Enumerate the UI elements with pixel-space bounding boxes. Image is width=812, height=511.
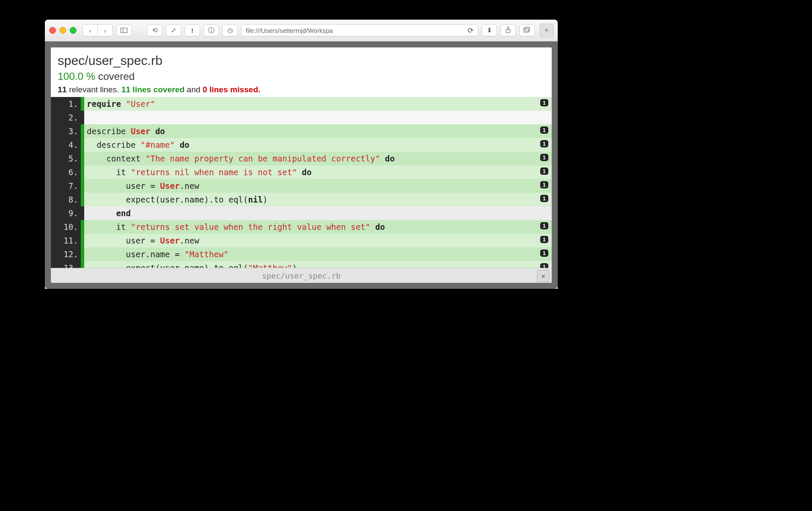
forward-button[interactable]: › [98,24,113,36]
close-icon: ✕ [541,272,545,280]
source-text: it "returns set value when the right val… [84,220,552,234]
line-number: 1. [51,97,81,111]
code-line: 11. user = User.new1 [51,234,552,247]
line-number: 9. [51,206,81,220]
refresh-icon: ⟲ [152,26,158,34]
coverage-percent-line: 100.0 % covered [58,70,545,82]
source-listing[interactable]: 1.require "User"12.3.describe User do14.… [51,97,552,268]
address-bar[interactable]: file:///Users/settermjd/Workspa ⟳ [241,24,478,36]
svg-rect-4 [524,28,529,32]
source-text: user.name = "Matthew"1 [84,247,552,261]
coverage-marker [81,152,84,165]
close-panel-button[interactable]: ✕ [537,270,549,282]
hit-count-badge: 1 [540,154,548,161]
source-text: describe "#name" do1 [84,138,552,152]
clock-icon: ◷ [227,26,233,34]
coverage-marker [81,206,84,220]
sidebar-button[interactable] [116,24,132,36]
coverage-marker [81,138,84,152]
hit-count-badge: 1 [540,250,548,257]
coverage-stats: 11 relevant lines. 11 lines covered and … [58,85,545,94]
back-button[interactable]: ‹ [82,24,98,36]
code-line: 12. user.name = "Matthew"1 [51,247,552,261]
downloads-button[interactable]: ⬇︎ [482,24,497,36]
code-line: 5. context "The name property can be man… [51,152,552,165]
new-tab-button[interactable]: + [540,23,553,37]
line-number: 3. [51,124,81,138]
coverage-marker [81,124,84,138]
refresh-alt-button[interactable]: ⟲ [147,24,162,36]
hit-count-badge: 1 [540,126,548,134]
expand-icon: ⤢ [171,26,177,34]
coverage-marker [81,193,84,206]
chevron-right-icon: › [104,27,106,34]
coverage-percent: 100.0 % [58,70,95,82]
url-text: file:///Users/settermjd/Workspa [246,27,333,34]
sidebar-icon [121,27,127,34]
svg-rect-0 [121,28,127,32]
hit-count-badge: 1 [540,222,548,229]
fullscreen-button[interactable]: ⤢ [166,24,181,36]
tabs-icon [524,27,530,34]
info-icon: ⓘ [208,26,215,35]
code-line: 13. expect(user.name).to eql("Matthew")1 [51,261,552,268]
minimize-window-button[interactable] [59,27,66,34]
line-number: 12. [51,247,81,261]
line-number: 7. [51,179,81,193]
close-window-button[interactable] [49,27,56,34]
code-line: 3.describe User do1 [51,124,552,138]
code-line: 8. expect(user.name).to eql(nil)1 [51,193,552,206]
hit-count-badge: 1 [540,263,548,268]
line-number: 4. [51,138,81,152]
panel-footer: spec/user_spec.rb ✕ [51,268,552,283]
code-line: 1.require "User"1 [51,97,552,111]
hit-count-badge: 1 [540,140,548,147]
tabs-button[interactable] [519,24,535,36]
code-line: 2. [51,111,552,124]
line-number: 6. [51,165,81,179]
line-number: 10. [51,220,81,234]
exclaim-icon: ! [191,27,194,34]
page-content: spec/user_spec.rb 100.0 % covered 11 rel… [45,41,558,289]
coverage-marker [81,179,84,193]
share-button[interactable] [500,24,516,36]
code-line: 7. user = User.new1 [51,179,552,193]
coverage-marker [81,234,84,247]
missed-count: 0 [203,85,207,94]
source-text [84,111,552,124]
source-text: end [84,206,552,220]
footer-file: spec/user_spec.rb [262,271,341,280]
plus-icon: + [544,26,549,35]
svg-rect-5 [525,27,530,31]
panel-header: spec/user_spec.rb 100.0 % covered 11 rel… [51,47,552,97]
code-line: 4. describe "#name" do1 [51,138,552,152]
hit-count-badge: 1 [540,181,548,188]
browser-window: ‹ › ⟲ ⤢ ! ⓘ [45,20,558,289]
coverage-panel: spec/user_spec.rb 100.0 % covered 11 rel… [51,47,552,283]
share-icon [505,26,511,35]
info-button[interactable]: ⓘ [203,24,219,36]
coverage-marker [81,220,84,234]
zoom-window-button[interactable] [70,27,76,34]
line-number: 5. [51,152,81,165]
nav-group: ‹ › [82,24,113,36]
coverage-marker [81,247,84,261]
browser-toolbar: ‹ › ⟲ ⤢ ! ⓘ [45,20,558,41]
hit-count-badge: 1 [540,99,548,106]
relevant-count: 11 [58,85,67,94]
coverage-marker [81,111,84,124]
source-text: it "returns nil when name is not set" do… [84,165,552,179]
source-text: expect(user.name).to eql("Matthew")1 [84,261,552,268]
traffic-lights [49,27,76,34]
code-line: 6. it "returns nil when name is not set"… [51,165,552,179]
coverage-marker [81,97,84,111]
line-number: 8. [51,193,81,206]
history-button[interactable]: ◷ [222,24,238,36]
source-text: expect(user.name).to eql(nil)1 [84,193,552,206]
reload-icon[interactable]: ⟳ [468,27,474,34]
reader-button[interactable]: ! [185,24,200,36]
code-line: 9. end [51,206,552,220]
source-text: user = User.new1 [84,234,552,247]
code-line: 10. it "returns set value when the right… [51,220,552,234]
line-number: 11. [51,234,81,247]
